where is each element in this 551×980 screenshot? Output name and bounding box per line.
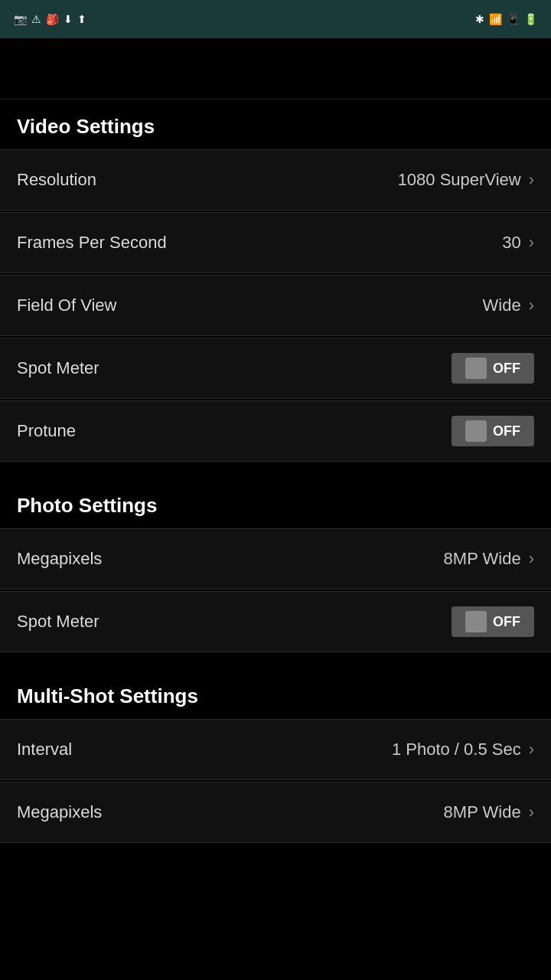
top-nav [0, 38, 551, 100]
toggle-spot-meter-photo[interactable]: OFF [452, 606, 534, 637]
settings-value-container-spot-meter-photo: OFF [452, 606, 534, 637]
wifi-icon: 📶 [489, 13, 502, 25]
settings-item-megapixels-photo[interactable]: Megapixels8MP Wide› [0, 528, 551, 590]
settings-label-protune: Protune [17, 421, 76, 441]
bag-icon: 🎒 [46, 13, 59, 25]
warning-icon: ⚠ [31, 13, 41, 25]
settings-item-spot-meter-photo[interactable]: Spot MeterOFF [0, 591, 551, 652]
settings-label-interval: Interval [17, 740, 72, 760]
bluetooth-icon: ✱ [475, 13, 484, 25]
settings-value-frames-per-second: 30 [502, 233, 520, 253]
upload-icon: ⬆ [77, 13, 86, 25]
settings-item-protune[interactable]: ProtuneOFF [0, 400, 551, 462]
settings-list-photo-settings: Megapixels8MP Wide›Spot MeterOFF [0, 528, 551, 652]
settings-label-frames-per-second: Frames Per Second [17, 233, 167, 253]
camera-icon: 📷 [14, 13, 27, 25]
settings-value-megapixels-photo: 8MP Wide [444, 549, 521, 569]
section-header-multishot-settings: Multi-Shot Settings [0, 669, 551, 719]
settings-item-frames-per-second[interactable]: Frames Per Second30› [0, 212, 551, 273]
settings-value-container-frames-per-second: 30› [502, 233, 534, 253]
settings-label-resolution: Resolution [17, 170, 96, 190]
section-gap-0 [0, 463, 551, 479]
settings-label-spot-meter-photo: Spot Meter [17, 612, 99, 632]
section-header-photo-settings: Photo Settings [0, 479, 551, 528]
settings-value-container-resolution: 1080 SuperView› [398, 170, 534, 190]
settings-item-resolution[interactable]: Resolution1080 SuperView› [0, 149, 551, 211]
settings-label-spot-meter-video: Spot Meter [17, 358, 99, 378]
settings-value-container-spot-meter-video: OFF [452, 353, 534, 384]
status-bar-left: 📷 ⚠ 🎒 ⬇ ⬆ [9, 13, 86, 25]
settings-value-field-of-view: Wide [483, 296, 521, 315]
settings-value-megapixels-multishot: 8MP Wide [444, 802, 521, 822]
settings-label-megapixels-multishot: Megapixels [17, 802, 102, 822]
chevron-icon-megapixels-photo: › [529, 549, 534, 569]
chevron-icon-field-of-view: › [529, 296, 534, 315]
settings-list-multishot-settings: Interval1 Photo / 0.5 Sec›Megapixels8MP … [0, 719, 551, 843]
settings-list-video-settings: Resolution1080 SuperView›Frames Per Seco… [0, 149, 551, 462]
settings-value-container-megapixels-photo: 8MP Wide› [444, 549, 534, 569]
settings-item-field-of-view[interactable]: Field Of ViewWide› [0, 275, 551, 336]
settings-label-megapixels-photo: Megapixels [17, 549, 102, 569]
chevron-icon-megapixels-multishot: › [529, 802, 534, 822]
settings-item-megapixels-multishot[interactable]: Megapixels8MP Wide› [0, 782, 551, 843]
main-content: Video SettingsResolution1080 SuperView›F… [0, 100, 551, 843]
settings-value-interval: 1 Photo / 0.5 Sec [392, 740, 521, 760]
settings-value-container-protune: OFF [452, 416, 534, 446]
section-header-video-settings: Video Settings [0, 100, 551, 149]
toggle-spot-meter-video[interactable]: OFF [452, 353, 534, 384]
sim-icon: 📱 [507, 13, 520, 25]
status-bar: 📷 ⚠ 🎒 ⬇ ⬆ ✱ 📶 📱 🔋 [0, 0, 551, 38]
settings-value-resolution: 1080 SuperView [398, 170, 521, 190]
settings-value-container-megapixels-multishot: 8MP Wide› [444, 802, 534, 822]
settings-value-container-field-of-view: Wide› [483, 296, 534, 315]
settings-label-field-of-view: Field Of View [17, 296, 116, 315]
back-button[interactable] [15, 63, 28, 75]
settings-item-interval[interactable]: Interval1 Photo / 0.5 Sec› [0, 719, 551, 780]
settings-value-container-interval: 1 Photo / 0.5 Sec› [392, 740, 534, 760]
chevron-icon-frames-per-second: › [529, 233, 534, 253]
download-icon: ⬇ [64, 13, 73, 25]
section-gap-1 [0, 654, 551, 669]
chevron-icon-interval: › [529, 740, 534, 760]
toggle-protune[interactable]: OFF [452, 416, 534, 446]
settings-item-spot-meter-video[interactable]: Spot MeterOFF [0, 338, 551, 399]
status-bar-right: ✱ 📶 📱 🔋 [475, 13, 542, 25]
chevron-icon-resolution: › [529, 170, 534, 190]
battery-icon: 🔋 [524, 13, 537, 25]
